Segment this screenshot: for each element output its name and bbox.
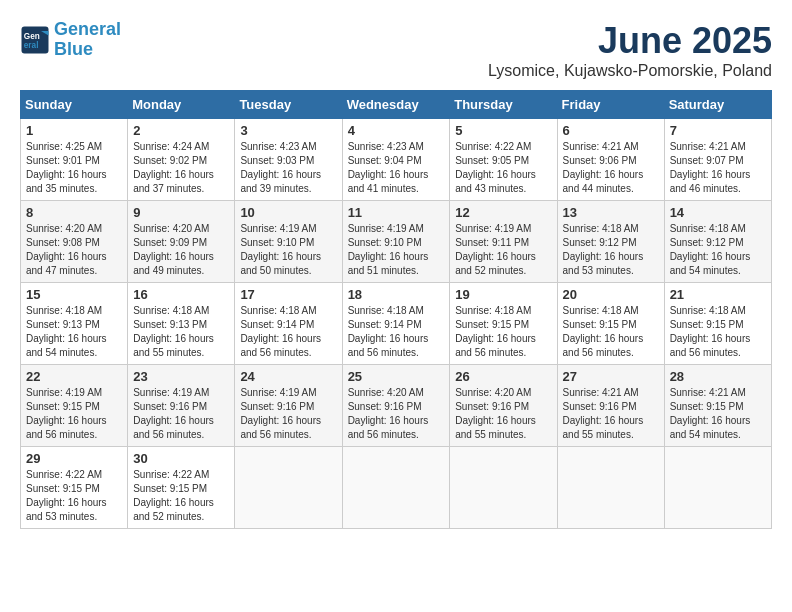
- weekday-header-sunday: Sunday: [21, 91, 128, 119]
- page-header: Gen eral GeneralBlue June 2025 Lysomice,…: [20, 20, 772, 80]
- title-area: June 2025 Lysomice, Kujawsko-Pomorskie, …: [488, 20, 772, 80]
- month-title: June 2025: [488, 20, 772, 62]
- day-number: 15: [26, 287, 122, 302]
- day-info: Sunrise: 4:18 AMSunset: 9:15 PMDaylight:…: [563, 304, 659, 360]
- calendar-cell: 18Sunrise: 4:18 AMSunset: 9:14 PMDayligh…: [342, 283, 450, 365]
- logo-text: GeneralBlue: [54, 20, 121, 60]
- day-number: 16: [133, 287, 229, 302]
- day-info: Sunrise: 4:19 AMSunset: 9:16 PMDaylight:…: [240, 386, 336, 442]
- day-number: 18: [348, 287, 445, 302]
- day-info: Sunrise: 4:18 AMSunset: 9:15 PMDaylight:…: [455, 304, 551, 360]
- logo-icon: Gen eral: [20, 25, 50, 55]
- day-info: Sunrise: 4:22 AMSunset: 9:15 PMDaylight:…: [26, 468, 122, 524]
- day-number: 11: [348, 205, 445, 220]
- day-number: 17: [240, 287, 336, 302]
- day-number: 24: [240, 369, 336, 384]
- day-info: Sunrise: 4:21 AMSunset: 9:07 PMDaylight:…: [670, 140, 766, 196]
- calendar-cell: 15Sunrise: 4:18 AMSunset: 9:13 PMDayligh…: [21, 283, 128, 365]
- calendar-cell: 12Sunrise: 4:19 AMSunset: 9:11 PMDayligh…: [450, 201, 557, 283]
- calendar-cell: 14Sunrise: 4:18 AMSunset: 9:12 PMDayligh…: [664, 201, 771, 283]
- calendar-table: SundayMondayTuesdayWednesdayThursdayFrid…: [20, 90, 772, 529]
- calendar-cell: 26Sunrise: 4:20 AMSunset: 9:16 PMDayligh…: [450, 365, 557, 447]
- calendar-cell: 3Sunrise: 4:23 AMSunset: 9:03 PMDaylight…: [235, 119, 342, 201]
- day-number: 30: [133, 451, 229, 466]
- weekday-header-thursday: Thursday: [450, 91, 557, 119]
- calendar-cell: 28Sunrise: 4:21 AMSunset: 9:15 PMDayligh…: [664, 365, 771, 447]
- day-info: Sunrise: 4:18 AMSunset: 9:13 PMDaylight:…: [26, 304, 122, 360]
- calendar-cell: 25Sunrise: 4:20 AMSunset: 9:16 PMDayligh…: [342, 365, 450, 447]
- day-number: 20: [563, 287, 659, 302]
- calendar-cell: 10Sunrise: 4:19 AMSunset: 9:10 PMDayligh…: [235, 201, 342, 283]
- calendar-cell: 13Sunrise: 4:18 AMSunset: 9:12 PMDayligh…: [557, 201, 664, 283]
- calendar-week-row: 8Sunrise: 4:20 AMSunset: 9:08 PMDaylight…: [21, 201, 772, 283]
- day-number: 12: [455, 205, 551, 220]
- day-info: Sunrise: 4:18 AMSunset: 9:14 PMDaylight:…: [348, 304, 445, 360]
- day-number: 13: [563, 205, 659, 220]
- day-info: Sunrise: 4:22 AMSunset: 9:05 PMDaylight:…: [455, 140, 551, 196]
- day-number: 14: [670, 205, 766, 220]
- day-number: 22: [26, 369, 122, 384]
- calendar-cell: [557, 447, 664, 529]
- weekday-header-saturday: Saturday: [664, 91, 771, 119]
- calendar-cell: 21Sunrise: 4:18 AMSunset: 9:15 PMDayligh…: [664, 283, 771, 365]
- calendar-cell: 19Sunrise: 4:18 AMSunset: 9:15 PMDayligh…: [450, 283, 557, 365]
- day-number: 6: [563, 123, 659, 138]
- svg-text:eral: eral: [24, 40, 39, 49]
- day-info: Sunrise: 4:18 AMSunset: 9:14 PMDaylight:…: [240, 304, 336, 360]
- day-number: 19: [455, 287, 551, 302]
- day-number: 7: [670, 123, 766, 138]
- day-number: 21: [670, 287, 766, 302]
- day-number: 1: [26, 123, 122, 138]
- calendar-cell: 16Sunrise: 4:18 AMSunset: 9:13 PMDayligh…: [128, 283, 235, 365]
- day-info: Sunrise: 4:19 AMSunset: 9:16 PMDaylight:…: [133, 386, 229, 442]
- calendar-cell: 20Sunrise: 4:18 AMSunset: 9:15 PMDayligh…: [557, 283, 664, 365]
- day-number: 4: [348, 123, 445, 138]
- calendar-cell: 4Sunrise: 4:23 AMSunset: 9:04 PMDaylight…: [342, 119, 450, 201]
- day-number: 29: [26, 451, 122, 466]
- calendar-cell: [235, 447, 342, 529]
- calendar-cell: [664, 447, 771, 529]
- day-info: Sunrise: 4:18 AMSunset: 9:13 PMDaylight:…: [133, 304, 229, 360]
- calendar-cell: 5Sunrise: 4:22 AMSunset: 9:05 PMDaylight…: [450, 119, 557, 201]
- day-number: 27: [563, 369, 659, 384]
- day-number: 2: [133, 123, 229, 138]
- calendar-cell: 17Sunrise: 4:18 AMSunset: 9:14 PMDayligh…: [235, 283, 342, 365]
- day-info: Sunrise: 4:23 AMSunset: 9:04 PMDaylight:…: [348, 140, 445, 196]
- day-info: Sunrise: 4:21 AMSunset: 9:06 PMDaylight:…: [563, 140, 659, 196]
- calendar-cell: 9Sunrise: 4:20 AMSunset: 9:09 PMDaylight…: [128, 201, 235, 283]
- calendar-cell: 24Sunrise: 4:19 AMSunset: 9:16 PMDayligh…: [235, 365, 342, 447]
- day-info: Sunrise: 4:20 AMSunset: 9:08 PMDaylight:…: [26, 222, 122, 278]
- day-info: Sunrise: 4:18 AMSunset: 9:12 PMDaylight:…: [563, 222, 659, 278]
- day-info: Sunrise: 4:19 AMSunset: 9:10 PMDaylight:…: [348, 222, 445, 278]
- day-info: Sunrise: 4:20 AMSunset: 9:16 PMDaylight:…: [455, 386, 551, 442]
- calendar-cell: [342, 447, 450, 529]
- weekday-header-monday: Monday: [128, 91, 235, 119]
- day-number: 26: [455, 369, 551, 384]
- calendar-week-row: 29Sunrise: 4:22 AMSunset: 9:15 PMDayligh…: [21, 447, 772, 529]
- weekday-header-friday: Friday: [557, 91, 664, 119]
- calendar-cell: 11Sunrise: 4:19 AMSunset: 9:10 PMDayligh…: [342, 201, 450, 283]
- day-number: 3: [240, 123, 336, 138]
- day-number: 25: [348, 369, 445, 384]
- calendar-week-row: 22Sunrise: 4:19 AMSunset: 9:15 PMDayligh…: [21, 365, 772, 447]
- day-info: Sunrise: 4:25 AMSunset: 9:01 PMDaylight:…: [26, 140, 122, 196]
- day-info: Sunrise: 4:18 AMSunset: 9:12 PMDaylight:…: [670, 222, 766, 278]
- day-number: 9: [133, 205, 229, 220]
- day-info: Sunrise: 4:22 AMSunset: 9:15 PMDaylight:…: [133, 468, 229, 524]
- weekday-header-row: SundayMondayTuesdayWednesdayThursdayFrid…: [21, 91, 772, 119]
- calendar-cell: 8Sunrise: 4:20 AMSunset: 9:08 PMDaylight…: [21, 201, 128, 283]
- weekday-header-wednesday: Wednesday: [342, 91, 450, 119]
- calendar-cell: 22Sunrise: 4:19 AMSunset: 9:15 PMDayligh…: [21, 365, 128, 447]
- day-info: Sunrise: 4:19 AMSunset: 9:15 PMDaylight:…: [26, 386, 122, 442]
- day-number: 10: [240, 205, 336, 220]
- logo: Gen eral GeneralBlue: [20, 20, 121, 60]
- calendar-cell: 27Sunrise: 4:21 AMSunset: 9:16 PMDayligh…: [557, 365, 664, 447]
- day-number: 23: [133, 369, 229, 384]
- day-info: Sunrise: 4:19 AMSunset: 9:11 PMDaylight:…: [455, 222, 551, 278]
- day-info: Sunrise: 4:20 AMSunset: 9:09 PMDaylight:…: [133, 222, 229, 278]
- day-info: Sunrise: 4:19 AMSunset: 9:10 PMDaylight:…: [240, 222, 336, 278]
- calendar-week-row: 15Sunrise: 4:18 AMSunset: 9:13 PMDayligh…: [21, 283, 772, 365]
- calendar-cell: [450, 447, 557, 529]
- calendar-cell: 30Sunrise: 4:22 AMSunset: 9:15 PMDayligh…: [128, 447, 235, 529]
- location-title: Lysomice, Kujawsko-Pomorskie, Poland: [488, 62, 772, 80]
